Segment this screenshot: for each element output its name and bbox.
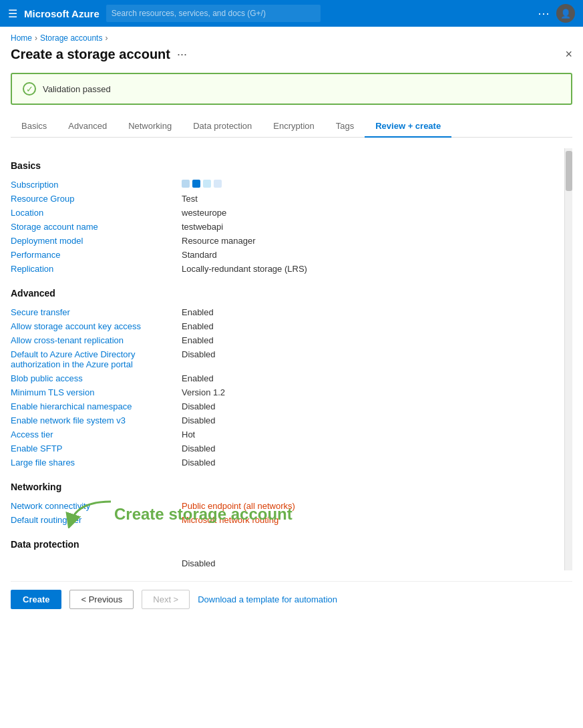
value-tls-version: Version 1.2 [182,387,225,397]
data-protection-section-title: Data protection [11,539,559,550]
row-large-file-shares: Large file shares Disabled [11,456,559,470]
page-title-row: Create a storage account ··· × [11,47,572,62]
topbar: ☰ Microsoft Azure ⋯ 👤 [0,0,583,27]
tab-data-protection[interactable]: Data protection [182,116,262,138]
label-subscription: Subscription [11,180,171,190]
close-icon[interactable]: × [565,47,572,61]
tab-review-create[interactable]: Review + create [365,116,451,138]
label-resource-group: Resource Group [11,194,171,204]
value-storage-account-name: testwebapi [182,222,223,232]
label-network-connectivity: Network connectivity [11,501,171,511]
sub-dot-4 [214,180,222,188]
avatar[interactable]: 👤 [556,4,575,23]
label-storage-account-name: Storage account name [11,222,171,232]
label-deployment-model: Deployment model [11,236,171,246]
previous-button[interactable]: < Previous [69,590,134,609]
label-performance: Performance [11,250,171,260]
value-sftp: Disabled [182,443,216,453]
scrollbar-thumb[interactable] [566,151,572,191]
validation-message: Validation passed [43,84,111,94]
value-secure-transfer: Enabled [182,307,214,317]
row-resource-group: Resource Group Test [11,192,559,206]
row-location: Location westeurope [11,206,559,220]
hamburger-icon[interactable]: ☰ [8,7,17,20]
basics-section-title: Basics [11,160,559,171]
tab-encryption[interactable]: Encryption [262,116,325,138]
row-sftp: Enable SFTP Disabled [11,441,559,456]
tab-basics[interactable]: Basics [11,116,57,138]
scrollbar-track[interactable] [564,148,572,570]
value-resource-group: Test [182,194,198,204]
label-secure-transfer: Secure transfer [11,307,171,317]
main-content: Basics Subscription Resource Group Test [11,148,572,570]
value-deployment-model: Resource manager [182,236,256,246]
value-hierarchical-namespace: Disabled [182,401,216,411]
row-allow-key-access: Allow storage account key access Enabled [11,319,559,333]
tab-advanced[interactable]: Advanced [57,116,118,138]
label-nfs-v3: Enable network file system v3 [11,415,171,425]
label-default-routing: Default routing tier [11,515,171,525]
label-access-tier: Access tier [11,429,171,439]
row-deployment-model: Deployment model Resource manager [11,234,559,248]
advanced-section-title: Advanced [11,288,559,299]
value-blob-public: Enabled [182,373,214,383]
more-options-icon[interactable]: ⋯ [538,6,550,21]
bottom-bar: Create < Previous Next > Download a temp… [11,581,572,612]
row-blob-public: Blob public access Enabled [11,371,559,385]
value-access-tier: Hot [182,429,195,439]
search-input[interactable] [106,5,321,22]
value-replication: Locally-redundant storage (LRS) [182,264,307,274]
sub-dot-2 [192,180,200,188]
label-replication: Replication [11,264,171,274]
value-default-routing: Microsoft network routing [182,515,278,525]
row-replication: Replication Locally-redundant storage (L… [11,262,559,276]
row-access-tier: Access tier Hot [11,427,559,441]
sub-dot-1 [182,180,190,188]
validation-check-icon: ✓ [23,82,36,96]
label-blob-public: Blob public access [11,373,171,383]
value-performance: Standard [182,250,217,260]
app-title: Microsoft Azure [24,8,100,19]
page-title: Create a storage account [11,47,170,62]
tabs: Basics Advanced Networking Data protecti… [11,116,572,138]
create-button[interactable]: Create [11,590,61,609]
label-aad-auth: Default to Azure Active Directory author… [11,349,171,369]
tab-tags[interactable]: Tags [325,116,365,138]
value-cross-tenant: Enabled [182,335,214,345]
label-sftp: Enable SFTP [11,443,171,453]
label-hierarchical-namespace: Enable hierarchical namespace [11,401,171,411]
row-secure-transfer: Secure transfer Enabled [11,305,559,319]
value-subscription [182,180,222,188]
row-subscription: Subscription [11,178,559,192]
value-data-protection: Disabled [182,558,216,568]
value-large-file-shares: Disabled [182,458,216,468]
subscription-dots [182,180,222,188]
row-default-routing: Default routing tier Microsoft network r… [11,513,559,527]
breadcrumb-home[interactable]: Home [11,33,32,43]
row-hierarchical-namespace: Enable hierarchical namespace Disabled [11,399,559,413]
value-nfs-v3: Disabled [182,415,216,425]
next-button[interactable]: Next > [142,590,190,609]
scrollable-area[interactable]: Basics Subscription Resource Group Test [11,148,564,570]
download-template-link[interactable]: Download a template for automation [198,594,337,604]
row-performance: Performance Standard [11,248,559,262]
row-cross-tenant: Allow cross-tenant replication Enabled [11,333,559,347]
breadcrumb-storage[interactable]: Storage accounts [40,33,102,43]
page-options-icon[interactable]: ··· [177,47,187,61]
row-storage-account-name: Storage account name testwebapi [11,220,559,234]
value-location: westeurope [182,208,226,218]
row-aad-auth: Default to Azure Active Directory author… [11,347,559,371]
row-tls-version: Minimum TLS version Version 1.2 [11,385,559,399]
tab-networking[interactable]: Networking [118,116,182,138]
label-cross-tenant: Allow cross-tenant replication [11,335,171,345]
value-allow-key-access: Enabled [182,321,214,331]
breadcrumb: Home › Storage accounts › [0,27,583,47]
label-large-file-shares: Large file shares [11,458,171,468]
row-data-protection-value: Disabled [11,556,559,570]
label-tls-version: Minimum TLS version [11,387,171,397]
label-location: Location [11,208,171,218]
row-nfs-v3: Enable network file system v3 Disabled [11,413,559,427]
validation-banner: ✓ Validation passed [11,73,572,105]
label-allow-key-access: Allow storage account key access [11,321,171,331]
page-container: Create a storage account ··· × ✓ Validat… [0,47,583,622]
